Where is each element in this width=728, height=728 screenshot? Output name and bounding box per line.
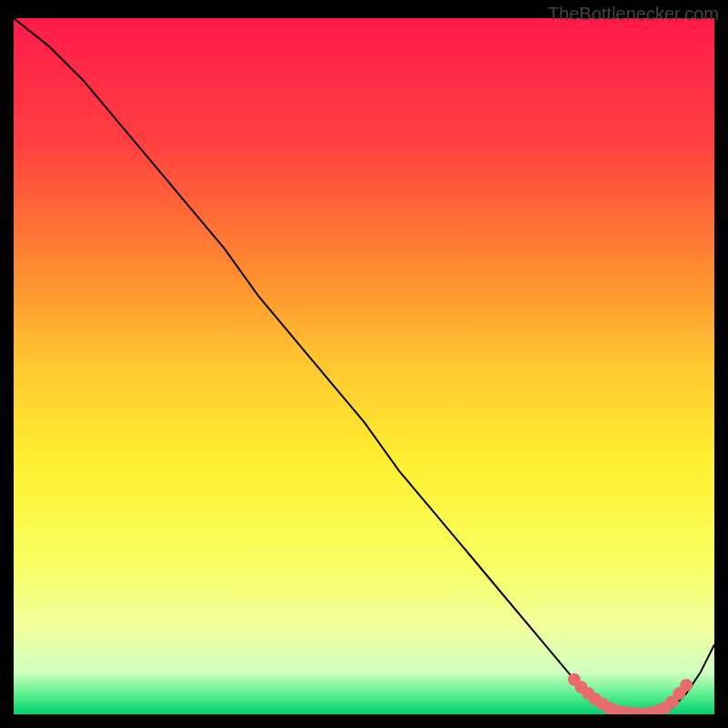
watermark-text: TheBottlenecker.com <box>548 4 719 25</box>
data-marker <box>680 679 693 692</box>
chart-area <box>14 18 714 714</box>
chart-svg <box>14 18 714 714</box>
